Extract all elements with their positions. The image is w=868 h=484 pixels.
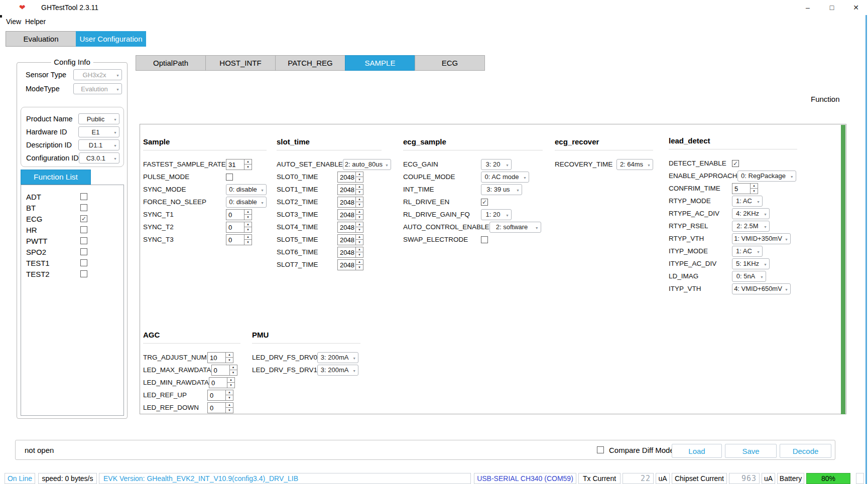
product-name-select[interactable]: Public	[78, 113, 119, 124]
led_ref_down-increment-button[interactable]	[226, 403, 233, 408]
led_max_rawdata-decrement-button[interactable]	[230, 370, 237, 375]
confrim_time-spinbox[interactable]: 5	[732, 183, 758, 194]
function-checkbox-test1[interactable]	[80, 259, 87, 266]
slot6_time-spinbox[interactable]: 2048	[337, 247, 363, 258]
tab-user-configuration[interactable]: User Configuration	[76, 31, 146, 47]
sensor-type-select[interactable]: GH3x2x	[73, 69, 122, 80]
trg_adjust_num-increment-button[interactable]	[226, 353, 233, 358]
function-checkbox-ecg[interactable]	[80, 215, 87, 222]
ityp_mode-dropdown[interactable]: 1: AC	[732, 246, 763, 257]
ld_imag-dropdown[interactable]: 0: 5nA	[732, 271, 766, 282]
close-button[interactable]: ✕	[851, 4, 861, 12]
led_ref_down-spinbox[interactable]: 0	[207, 402, 233, 413]
slot4_time-increment-button[interactable]	[356, 222, 363, 228]
led_drv_fs_drv1-dropdown[interactable]: 3: 200mA	[317, 365, 358, 376]
rtyp_rsel-dropdown[interactable]: 2: 2.5M	[732, 221, 770, 232]
led_ref_up-increment-button[interactable]	[226, 390, 233, 396]
function-checkbox-hr[interactable]	[80, 226, 87, 233]
menu-helper[interactable]: Helper	[25, 18, 46, 26]
rl_drive_gain_fq-dropdown[interactable]: 1: 20	[481, 209, 512, 220]
trg_adjust_num-decrement-button[interactable]	[226, 358, 233, 363]
compare-diff-mode-checkbox[interactable]	[597, 446, 604, 453]
sync_t1-decrement-button[interactable]	[244, 215, 252, 220]
vertical-scrollbar[interactable]	[841, 125, 845, 414]
fastest_sample_rate-spinbox[interactable]: 31	[226, 159, 252, 170]
mode-type-select[interactable]: Evalution	[73, 83, 122, 94]
menu-view[interactable]: View	[6, 18, 21, 26]
function-checkbox-test2[interactable]	[80, 270, 87, 277]
rl_drive_en-checkbox[interactable]	[481, 199, 488, 206]
auto_set_enable-dropdown[interactable]: 2: auto_80us	[343, 159, 391, 170]
slot1_time-increment-button[interactable]	[356, 185, 363, 190]
detect_enable-checkbox[interactable]	[732, 160, 739, 167]
slot1_time-decrement-button[interactable]	[356, 190, 363, 195]
auto_control_enable-dropdown[interactable]: 2: software	[489, 222, 541, 233]
sync_t2-increment-button[interactable]	[244, 222, 252, 228]
sync_t3-spinbox[interactable]: 0	[226, 234, 252, 245]
confrim_time-decrement-button[interactable]	[751, 189, 758, 194]
itype_ac_div-dropdown[interactable]: 5: 1KHz	[732, 258, 770, 269]
led_ref_up-decrement-button[interactable]	[226, 395, 233, 400]
subtab-patch_reg[interactable]: PATCH_REG	[275, 55, 345, 71]
configuration-id-select[interactable]: C3.0.1	[79, 152, 119, 164]
subtab-ecg[interactable]: ECG	[415, 55, 485, 71]
led_ref_down-decrement-button[interactable]	[226, 408, 233, 413]
slot2_time-spinbox[interactable]: 2048	[337, 197, 363, 208]
slot5_time-increment-button[interactable]	[356, 235, 363, 240]
sync_mode-dropdown[interactable]: 0: disable	[226, 184, 267, 195]
function-list-button[interactable]: Function List	[21, 170, 91, 185]
decode-button[interactable]: Decode	[780, 444, 831, 458]
fastest_sample_rate-decrement-button[interactable]	[244, 165, 252, 170]
led_min_rawdata-decrement-button[interactable]	[227, 383, 234, 388]
confrim_time-increment-button[interactable]	[751, 184, 758, 189]
function-checkbox-bt[interactable]	[80, 204, 87, 211]
slot0_time-spinbox[interactable]: 2048	[337, 172, 363, 183]
trg_adjust_num-spinbox[interactable]: 10	[207, 352, 233, 363]
led_max_rawdata-increment-button[interactable]	[230, 365, 237, 371]
slot1_time-spinbox[interactable]: 2048	[337, 184, 363, 195]
slot7_time-decrement-button[interactable]	[356, 265, 363, 270]
subtab-sample[interactable]: SAMPLE	[345, 55, 415, 71]
ityp_vth-dropdown[interactable]: 4: VMID+650mV	[732, 283, 791, 294]
slot6_time-increment-button[interactable]	[356, 247, 363, 253]
force_no_sleep-dropdown[interactable]: 0: disable	[226, 197, 267, 208]
rtype_ac_div-dropdown[interactable]: 4: 2KHz	[732, 208, 770, 219]
led_min_rawdata-increment-button[interactable]	[227, 378, 234, 383]
slot3_time-increment-button[interactable]	[356, 210, 363, 215]
pulse_mode-checkbox[interactable]	[226, 174, 233, 181]
ecg_gain-dropdown[interactable]: 3: 20	[481, 159, 512, 170]
slot0_time-increment-button[interactable]	[356, 172, 363, 178]
int_time-dropdown[interactable]: 3: 39 us	[481, 184, 522, 195]
slot4_time-decrement-button[interactable]	[356, 227, 363, 232]
slot3_time-decrement-button[interactable]	[356, 215, 363, 220]
function-checkbox-pwtt[interactable]	[80, 237, 87, 244]
description-id-select[interactable]: D1.1	[78, 139, 119, 150]
slot5_time-spinbox[interactable]: 2048	[337, 234, 363, 245]
slot6_time-decrement-button[interactable]	[356, 252, 363, 257]
enable_approach-dropdown[interactable]: 0: RegPackage	[737, 171, 796, 182]
function-checkbox-spo2[interactable]	[80, 248, 87, 255]
slot7_time-increment-button[interactable]	[356, 260, 363, 265]
slot2_time-increment-button[interactable]	[356, 197, 363, 203]
led_ref_up-spinbox[interactable]: 0	[207, 390, 233, 401]
maximize-button[interactable]: □	[827, 4, 837, 12]
led_min_rawdata-spinbox[interactable]: 0	[209, 377, 235, 388]
sync_t1-spinbox[interactable]: 0	[226, 209, 252, 220]
recovery_time-dropdown[interactable]: 2: 64ms	[616, 159, 653, 170]
hardware-id-select[interactable]: E1	[78, 126, 119, 137]
slot7_time-spinbox[interactable]: 2048	[337, 259, 363, 270]
swap_electrode-checkbox[interactable]	[481, 236, 488, 243]
sync_t3-decrement-button[interactable]	[244, 240, 252, 245]
subtab-optialpath[interactable]: OptialPath	[136, 55, 206, 71]
rtyp_vth-dropdown[interactable]: 1: VMID+350mV	[732, 233, 791, 244]
sync_t3-increment-button[interactable]	[244, 235, 252, 240]
slot4_time-spinbox[interactable]: 2048	[337, 222, 363, 233]
sync_t2-decrement-button[interactable]	[244, 227, 252, 232]
couple_mode-dropdown[interactable]: 0: AC mode	[481, 172, 529, 183]
subtab-host_intf[interactable]: HOST_INTF	[205, 55, 276, 71]
function-checkbox-adt[interactable]	[80, 193, 87, 200]
minimize-button[interactable]: –	[803, 4, 813, 12]
tab-evaluation[interactable]: Evaluation	[6, 31, 76, 47]
sync_t2-spinbox[interactable]: 0	[226, 222, 252, 233]
rtyp_mode-dropdown[interactable]: 1: AC	[732, 196, 763, 207]
